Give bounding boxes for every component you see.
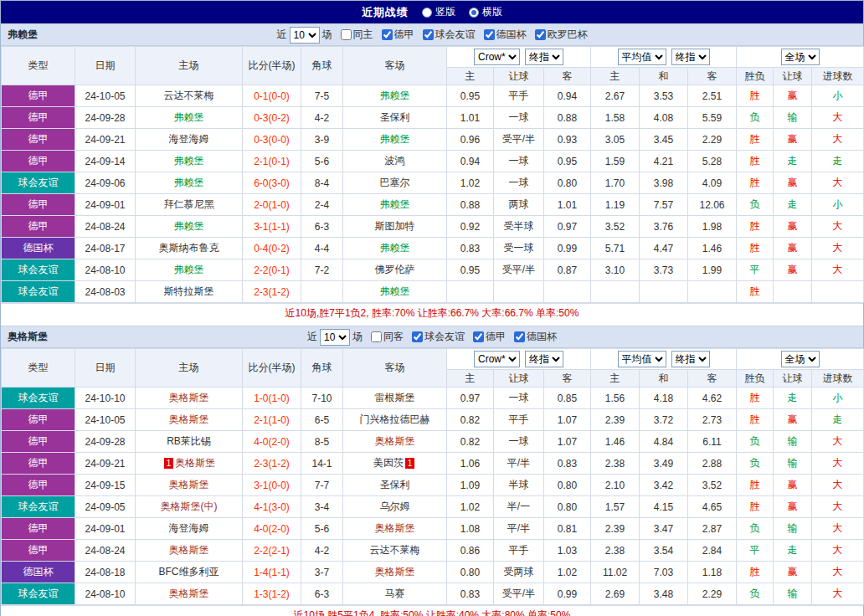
checkbox-icon[interactable] <box>514 331 525 342</box>
result-scope-header: 全场 <box>737 47 864 68</box>
filter-checkbox-2[interactable]: 球会友谊 <box>423 28 476 42</box>
result-goals: 大 <box>812 540 864 562</box>
asia-stage-select[interactable]: 终指 <box>525 49 563 65</box>
match-row: 球会友谊24-08-10奥格斯堡1-3(1-2)6-3马赛0.83受平/半0.9… <box>2 583 864 605</box>
home-team-cell: 奥格斯堡 <box>136 540 243 562</box>
league-cell: 德国杯 <box>2 238 75 259</box>
date-cell: 24-09-21 <box>75 129 136 151</box>
layout-horizontal-label: 横版 <box>482 5 502 19</box>
asia-home-odds: 1.01 <box>447 107 494 129</box>
euro-odds-header: 平均值终指 <box>591 47 737 68</box>
euro-company-select[interactable]: 平均值 <box>618 49 666 65</box>
match-row: 德甲24-09-14弗赖堡2-1(0-1)5-6波鸿0.94一球0.951.59… <box>2 151 864 172</box>
team-name: 奥格斯堡 <box>169 392 209 403</box>
euro-away-odds: 5.59 <box>688 107 737 129</box>
score-cell: 2-3(1-2) <box>243 281 301 303</box>
col-header-score: 比分(半场) <box>243 47 301 85</box>
league-cell: 德甲 <box>2 216 75 238</box>
team-name: 云达不莱梅 <box>164 90 214 101</box>
checkbox-icon[interactable] <box>484 29 495 40</box>
layout-radio-horizontal[interactable]: 横版 <box>469 5 502 19</box>
layout-radio-vertical[interactable]: 竖版 <box>422 5 455 19</box>
home-team-cell: RB莱比锡 <box>136 431 243 453</box>
score-cell: 2-3(1-2) <box>243 453 301 475</box>
euro-stage-select[interactable]: 终指 <box>671 351 710 367</box>
filter-checkbox-1[interactable]: 球会友谊 <box>412 330 465 344</box>
date-cell: 24-08-17 <box>75 238 136 259</box>
euro-home-odds: 1.59 <box>591 151 640 172</box>
filter-checkbox-0[interactable]: 同主 <box>341 28 373 42</box>
team-name: 海登海姆 <box>169 522 209 534</box>
checkbox-icon[interactable] <box>423 29 434 40</box>
result-handicap: 赢 <box>774 172 812 194</box>
recent-count-select[interactable]: 10 <box>290 27 320 44</box>
corners-cell: 7-2 <box>301 259 343 281</box>
checkbox-icon[interactable] <box>371 331 382 342</box>
euro-stage-select[interactable]: 终指 <box>671 49 710 65</box>
result-outcome: 胜 <box>737 496 774 518</box>
home-team-cell: 云达不莱梅 <box>136 85 243 107</box>
euro-draw-odds: 3.49 <box>640 453 688 475</box>
bookmaker-select[interactable]: Crow* <box>474 351 520 367</box>
euro-draw-odds: 7.57 <box>640 194 688 216</box>
corners-cell: 8-4 <box>301 172 343 194</box>
scope-select[interactable]: 全场 <box>781 49 820 65</box>
team-name: 斯特拉斯堡 <box>164 285 214 297</box>
league-cell: 球会友谊 <box>2 496 75 518</box>
bookmaker-select[interactable]: Crow* <box>474 49 520 65</box>
score-cell: 4-0(2-0) <box>243 518 301 540</box>
team-section: 弗赖堡近10场同主德甲球会友谊德国杯欧罗巴杯类型日期主场比分(半场)角球客场Cr… <box>1 23 863 322</box>
asia-home-odds <box>447 281 494 303</box>
checkbox-icon[interactable] <box>412 331 423 342</box>
league-cell: 德甲 <box>2 453 75 475</box>
asia-home-odds: 1.02 <box>447 172 494 194</box>
home-team-cell: 海登海姆 <box>136 518 243 540</box>
filter-checkbox-4[interactable]: 欧罗巴杯 <box>535 28 588 42</box>
radio-icon[interactable] <box>469 8 479 18</box>
team-name: 斯图加特 <box>375 220 415 232</box>
checkbox-icon[interactable] <box>535 29 546 40</box>
col-header-euro-away: 客 <box>688 68 737 85</box>
corners-cell: 4-4 <box>301 238 343 259</box>
match-row: 德甲24-08-24弗赖堡3-1(1-1)6-3斯图加特0.92受半球0.973… <box>2 216 864 238</box>
scope-select[interactable]: 全场 <box>781 351 820 367</box>
corners-cell: 4-2 <box>301 107 343 129</box>
corners-cell: 6-3 <box>301 216 343 238</box>
asia-home-odds: 0.97 <box>447 388 494 409</box>
checkbox-icon[interactable] <box>473 331 484 342</box>
asia-home-odds: 1.02 <box>447 496 494 518</box>
filter-checkbox-3[interactable]: 德国杯 <box>514 330 557 344</box>
asia-away-odds: 0.80 <box>544 496 591 518</box>
league-cell: 德甲 <box>2 540 75 562</box>
asia-stage-select[interactable]: 终指 <box>525 351 563 367</box>
team-name: 奥格斯堡(中) <box>161 501 218 512</box>
team-name: 圣保利 <box>380 111 410 123</box>
home-team-cell: 奥格斯堡 <box>136 583 243 605</box>
team-name: 海登海姆 <box>169 133 209 145</box>
handicap-line: 平/半 <box>494 453 544 475</box>
asia-home-odds: 0.83 <box>447 583 494 605</box>
filter-checkbox-2[interactable]: 德甲 <box>473 330 506 344</box>
result-goals: 大 <box>812 238 864 259</box>
team-name: 圣保利 <box>380 479 410 490</box>
away-team-cell: 巴塞尔 <box>343 172 447 194</box>
recent-count-select[interactable]: 10 <box>320 329 350 346</box>
checkbox-icon[interactable] <box>382 29 393 40</box>
asia-away-odds: 0.97 <box>544 216 591 238</box>
euro-company-select[interactable]: 平均值 <box>618 351 666 367</box>
euro-home-odds: 2.69 <box>591 583 640 605</box>
filter-checkbox-3[interactable]: 德国杯 <box>484 28 527 42</box>
col-header-asia-home: 主 <box>447 68 494 85</box>
col-header-date: 日期 <box>75 349 136 388</box>
league-cell: 球会友谊 <box>2 388 75 409</box>
col-header-date: 日期 <box>75 47 136 85</box>
match-row: 球会友谊24-10-10奥格斯堡1-0(1-0)7-10雷根斯堡0.97一球0.… <box>2 388 864 409</box>
checkbox-icon[interactable] <box>341 29 352 40</box>
euro-home-odds: 11.02 <box>591 562 640 583</box>
filter-checkbox-0[interactable]: 同客 <box>371 330 404 344</box>
filter-checkbox-1[interactable]: 德甲 <box>382 28 414 42</box>
euro-draw-odds: 3.47 <box>640 518 688 540</box>
asia-away-odds: 0.85 <box>544 388 591 409</box>
radio-icon[interactable] <box>422 8 432 18</box>
recent-suffix-label: 场 <box>352 330 363 344</box>
